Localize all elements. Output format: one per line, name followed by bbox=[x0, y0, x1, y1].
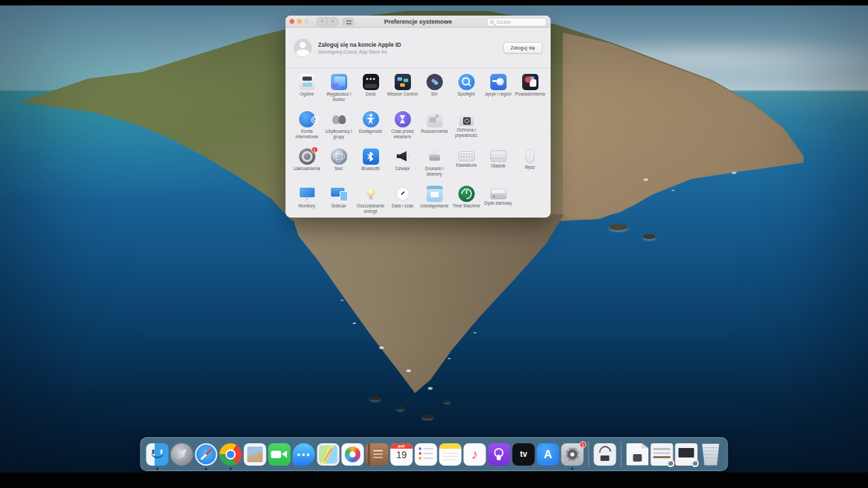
preview-icon bbox=[244, 443, 267, 466]
apple-id-text: Zaloguj się na koncie Apple ID Skonfigur… bbox=[318, 41, 401, 54]
network-icon bbox=[331, 148, 347, 165]
sign-in-button[interactable]: Zaloguj się bbox=[503, 42, 542, 54]
forward-button[interactable]: › bbox=[328, 18, 338, 26]
pref-item-security[interactable]: Ochrona i prywatność bbox=[450, 111, 482, 145]
close-button[interactable] bbox=[290, 19, 294, 24]
dock-item-sysprefs[interactable]: 1 bbox=[561, 443, 584, 466]
surf-foam bbox=[353, 323, 356, 324]
pref-item-mission[interactable]: Mission Control bbox=[387, 74, 418, 108]
pref-item-datetime[interactable]: Data i czas bbox=[387, 186, 418, 220]
pref-item-general[interactable]: Ogólne bbox=[291, 74, 323, 108]
pref-row: Konta internetoweUżytkownicy i grupyDost… bbox=[291, 108, 551, 145]
dock-item-document[interactable] bbox=[627, 443, 649, 466]
pref-label: Sieć bbox=[323, 166, 355, 171]
pref-item-extensions[interactable]: Rozszerzenia bbox=[418, 111, 450, 145]
launchpad-icon bbox=[171, 443, 193, 466]
dock-item-maps[interactable] bbox=[317, 443, 340, 466]
back-button[interactable]: ‹ bbox=[317, 18, 328, 26]
pref-label: Spotlight bbox=[450, 92, 482, 97]
dock-item-trash[interactable] bbox=[700, 443, 722, 466]
language-icon bbox=[490, 74, 507, 90]
pref-item-keyboard[interactable]: Klawiatura bbox=[450, 148, 482, 182]
pref-label: Powiadomienia bbox=[514, 92, 546, 97]
pref-item-startup[interactable]: Dysk startowy bbox=[482, 186, 514, 220]
islet bbox=[397, 407, 404, 410]
startup-icon bbox=[490, 188, 507, 199]
sysprefs-icon: 1 bbox=[561, 443, 584, 466]
pref-label: Udostępnianie bbox=[418, 203, 450, 209]
system-preferences-window: ‹ › Preferencje systemowe Zaloguj się na… bbox=[285, 16, 551, 218]
dock-item-notes[interactable] bbox=[439, 443, 462, 466]
apple-id-subtitle: Skonfiguruj iCloud, App Store itd. bbox=[318, 49, 401, 54]
dock-item-preview[interactable] bbox=[244, 443, 267, 466]
search-input[interactable] bbox=[495, 19, 543, 25]
pref-item-timemachine[interactable]: Time Machine bbox=[450, 186, 482, 220]
pref-item-language[interactable]: Język i region bbox=[482, 74, 514, 108]
dock-item-contacts[interactable] bbox=[366, 443, 389, 466]
pref-item-internet[interactable]: Konta internetowe bbox=[291, 111, 323, 145]
dock-item-safari[interactable] bbox=[195, 443, 218, 466]
pref-label: Dysk startowy bbox=[482, 201, 514, 206]
pref-item-bluetooth[interactable]: Bluetooth bbox=[355, 148, 387, 182]
zoom-button[interactable] bbox=[304, 19, 309, 24]
pref-label: Dostępność bbox=[355, 129, 387, 134]
dock-item-facetime[interactable] bbox=[269, 443, 291, 466]
hwtool-icon bbox=[594, 443, 616, 466]
safari-icon bbox=[195, 443, 218, 466]
dock-divider bbox=[589, 441, 589, 467]
titlebar[interactable]: ‹ › Preferencje systemowe bbox=[285, 16, 551, 28]
show-all-grid-button[interactable] bbox=[342, 18, 354, 26]
pref-item-trackpad[interactable]: Gładzik bbox=[482, 148, 514, 182]
pref-label: Klawiatura bbox=[450, 163, 482, 168]
dock-icon bbox=[363, 74, 379, 90]
dock-item-messages[interactable] bbox=[293, 443, 315, 466]
dock-item-reminders[interactable] bbox=[415, 443, 437, 466]
pref-item-network[interactable]: Sieć bbox=[323, 148, 355, 182]
dock-item-calendar[interactable]: paź19 bbox=[391, 443, 413, 466]
pref-item-displays[interactable]: Monitory bbox=[291, 186, 323, 220]
running-indicator bbox=[572, 468, 574, 470]
mission-icon bbox=[395, 74, 411, 90]
islet bbox=[643, 234, 656, 239]
pref-item-users[interactable]: Użytkownicy i grupy bbox=[323, 111, 355, 145]
pref-item-energy[interactable]: Oszczędzanie energii bbox=[355, 186, 387, 220]
pref-item-spotlight[interactable]: Spotlight bbox=[450, 74, 482, 108]
dock-item-launchpad[interactable] bbox=[171, 443, 193, 466]
dock-item-chrome[interactable] bbox=[220, 443, 242, 466]
notifications-icon bbox=[522, 74, 538, 90]
dock-item-appstore[interactable] bbox=[537, 443, 559, 466]
reminders-icon bbox=[415, 443, 437, 466]
security-icon bbox=[459, 113, 474, 126]
pref-item-update[interactable]: 1Uaktualnienia bbox=[291, 148, 323, 182]
pref-item-notifications[interactable]: Powiadomienia bbox=[514, 74, 546, 108]
pref-item-sharing[interactable]: Udostępnianie bbox=[418, 186, 450, 220]
minimize-button[interactable] bbox=[297, 19, 302, 24]
extensions-icon bbox=[427, 111, 443, 127]
pref-label: Monitory bbox=[291, 203, 323, 209]
letterbox-bottom bbox=[0, 472, 868, 488]
pref-label: Uaktualnienia bbox=[291, 166, 323, 171]
search-field[interactable] bbox=[487, 18, 547, 26]
sidecar-icon bbox=[331, 186, 347, 202]
dock-item-podcasts[interactable] bbox=[488, 443, 511, 466]
pref-item-siri[interactable]: Siri bbox=[418, 74, 450, 108]
pref-item-accessibility[interactable]: Dostępność bbox=[355, 111, 387, 145]
dock-item-tv[interactable] bbox=[513, 443, 535, 466]
dock-item-music[interactable] bbox=[464, 443, 486, 466]
pref-item-desktop[interactable]: Wygaszacz i biurko bbox=[323, 74, 355, 108]
pref-item-dock[interactable]: Dock bbox=[355, 74, 387, 108]
dock-item-photos[interactable] bbox=[342, 443, 364, 466]
pref-item-sidecar[interactable]: Sidecar bbox=[323, 186, 355, 220]
dock-item-hwtool[interactable] bbox=[594, 443, 616, 466]
pref-item-screentime[interactable]: Czas przed ekranem bbox=[387, 111, 418, 145]
dock-item-chromewin1[interactable] bbox=[651, 443, 673, 466]
dock-item-finder[interactable] bbox=[146, 443, 169, 466]
podcasts-icon bbox=[488, 443, 511, 466]
pref-item-mouse[interactable]: Mysz bbox=[514, 148, 546, 182]
general-icon bbox=[299, 74, 315, 90]
notes-icon bbox=[439, 443, 462, 466]
pref-label: Język i region bbox=[482, 92, 514, 97]
pref-item-sound[interactable]: Dźwięk bbox=[387, 148, 418, 182]
pref-item-printers[interactable]: Drukarki i skanery bbox=[418, 148, 450, 182]
dock-item-chromewin2[interactable] bbox=[675, 443, 698, 466]
